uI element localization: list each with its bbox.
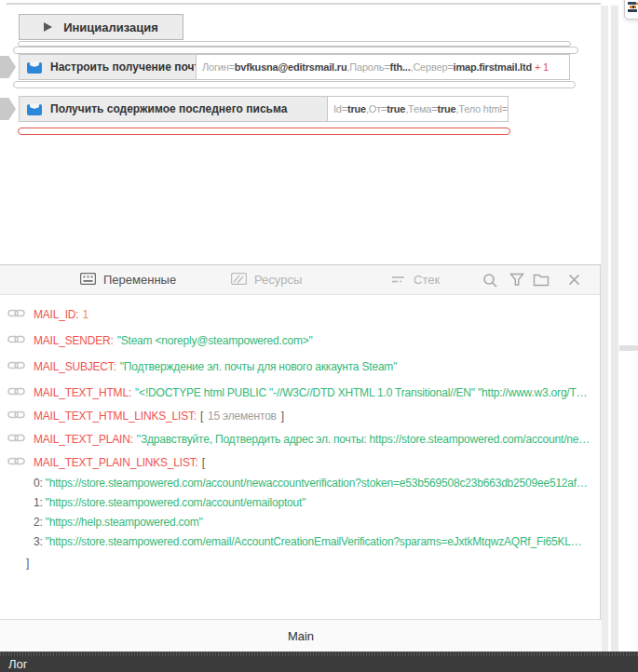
vertical-scrollbar[interactable] xyxy=(601,6,608,652)
link-icon xyxy=(7,456,25,469)
variable-row[interactable]: MAIL_SENDER:"Steam <noreply@steampowered… xyxy=(0,328,601,354)
variable-row[interactable]: MAIL_ID:1 xyxy=(0,302,601,328)
variable-name: MAIL_TEXT_PLAIN_LINKS_LIST: xyxy=(34,456,198,469)
list-item-value: "https://store.steampowered.com/account/… xyxy=(46,477,588,490)
link-icon xyxy=(7,433,25,446)
action-setup-mail[interactable]: Настроить получение почты xyxy=(19,54,197,80)
bracket-close: ] xyxy=(26,557,29,570)
variable-name: MAIL_ID: xyxy=(34,308,78,321)
param-name: Тело html= xyxy=(458,103,508,114)
filter-icon[interactable] xyxy=(509,273,524,287)
param-name: Тема= xyxy=(408,103,437,114)
canvas-top-border xyxy=(7,3,601,5)
variables-list: MAIL_ID:1 MAIL_SENDER:"Steam <noreply@st… xyxy=(0,296,601,618)
param-value: true xyxy=(437,103,455,114)
app-pixel-icon[interactable] xyxy=(628,2,638,13)
param-value: true xyxy=(347,103,366,114)
flow-arrow-icon xyxy=(0,56,16,78)
tab-stack[interactable]: Стек xyxy=(389,265,440,294)
list-item-index: 2: xyxy=(34,516,43,529)
variable-row[interactable]: MAIL_SUBJECT:"Подтверждение эл. почты дл… xyxy=(0,354,601,380)
link-icon xyxy=(7,308,25,321)
param-name: Id= xyxy=(333,103,347,114)
stack-lines-icon xyxy=(389,272,406,289)
search-icon[interactable] xyxy=(482,273,498,289)
param-value: bvfkusna@editrsmail.ru xyxy=(235,61,347,73)
action-label-text: Получить содержимое последнего письма xyxy=(50,102,287,115)
init-action-label: Инициализация xyxy=(63,20,158,34)
param-name: От= xyxy=(369,103,387,114)
param-value: imap.firstmail.ltd xyxy=(454,61,532,73)
bracket-open: [ xyxy=(202,456,205,469)
init-action-button[interactable]: Инициализация xyxy=(19,14,183,40)
variable-name: MAIL_TEXT_HTML: xyxy=(34,386,131,399)
list-close-row[interactable]: ] xyxy=(0,551,601,574)
variable-row[interactable]: MAIL_TEXT_PLAIN:"Здравствуйте, Подтверди… xyxy=(0,426,601,452)
action-params-get-letter[interactable]: Id=true, От=true, Тема=true, Тело html=t… xyxy=(328,96,509,122)
param-value: fth... xyxy=(390,61,411,73)
flow-arrow-icon xyxy=(0,98,16,120)
variable-name: MAIL_TEXT_HTML_LINKS_LIST: xyxy=(34,410,197,423)
tab-resources[interactable]: Ресурсы xyxy=(231,265,302,294)
resources-hatch-icon xyxy=(231,272,247,289)
list-item-row[interactable]: 2: "https://help.steampowered.com" xyxy=(0,512,601,531)
right-panel-divider[interactable] xyxy=(619,345,638,351)
link-icon xyxy=(7,334,25,347)
list-item-index: 0: xyxy=(34,477,43,490)
link-icon xyxy=(7,360,25,373)
param-name: Пароль= xyxy=(349,61,389,73)
list-item-row[interactable]: 3: "https://store.steampowered.com/email… xyxy=(0,531,601,551)
variable-value: 1 xyxy=(82,308,88,321)
list-item-row[interactable]: 0: "https://store.steampowered.com/accou… xyxy=(0,473,601,492)
tab-label: Стек xyxy=(414,273,440,287)
list-item-value: "https://store.steampowered.com/account/… xyxy=(46,496,306,509)
param-name: Логин= xyxy=(202,61,235,73)
link-icon xyxy=(7,410,25,423)
thread-tab-label: Main xyxy=(288,629,314,643)
link-icon xyxy=(7,386,25,399)
close-icon[interactable] xyxy=(567,273,581,287)
tab-variables[interactable]: Переменные xyxy=(80,265,176,294)
param-value: true xyxy=(508,103,509,114)
inspector-tabbar: Переменные Ресурсы Стек xyxy=(0,264,601,295)
panel-splitter[interactable] xyxy=(611,6,618,652)
variable-value: "Steam <noreply@steampowered.com>" xyxy=(117,334,313,347)
param-value: true xyxy=(387,103,405,114)
play-icon xyxy=(44,22,52,32)
list-item-index: 1: xyxy=(34,496,43,509)
bracket-close: ] xyxy=(281,410,284,423)
param-name: Сервер= xyxy=(413,61,453,73)
log-panel-header[interactable]: Лог xyxy=(0,652,638,672)
variable-value: "<!DOCTYPE html PUBLIC "-//W3C//DTD XHTM… xyxy=(135,386,587,399)
variable-value: "Здравствуйте, Подтвердить адрес эл. поч… xyxy=(137,433,590,446)
list-size: 15 элементов xyxy=(203,410,281,423)
list-item-value: "https://store.steampowered.com/email/Ac… xyxy=(46,535,582,548)
collapsed-block-bar[interactable] xyxy=(13,81,576,88)
thread-tab-main[interactable]: Main xyxy=(0,619,602,652)
list-item-index: 3: xyxy=(34,535,43,548)
list-item-value: "https://help.steampowered.com" xyxy=(46,516,203,529)
variable-name: MAIL_TEXT_PLAIN: xyxy=(34,433,133,446)
tab-label: Переменные xyxy=(103,273,176,287)
action-label-text: Настроить получение почты xyxy=(50,60,197,74)
selected-block-bar[interactable] xyxy=(18,128,510,135)
tab-label: Ресурсы xyxy=(254,273,302,287)
mail-icon xyxy=(27,103,42,115)
collapsed-block-bar[interactable] xyxy=(13,47,578,54)
variable-row[interactable]: MAIL_TEXT_PLAIN_LINKS_LIST:[ xyxy=(0,452,601,473)
folder-icon[interactable] xyxy=(533,273,550,287)
log-panel-title: Лог xyxy=(8,657,28,671)
variable-name: MAIL_SUBJECT: xyxy=(34,360,116,373)
variable-name: MAIL_SENDER: xyxy=(34,334,114,347)
mail-icon xyxy=(27,61,42,74)
variable-row[interactable]: MAIL_TEXT_HTML_LINKS_LIST:[15 элементов] xyxy=(0,406,601,426)
variable-row[interactable]: MAIL_TEXT_HTML:"<!DOCTYPE html PUBLIC "-… xyxy=(0,380,601,406)
variable-value: "Подтверждение эл. почты для нового акка… xyxy=(120,360,397,373)
param-extra-count: + 1 xyxy=(535,61,549,73)
action-params-mail-setup[interactable]: Логин=bvfkusna@editrsmail.ru, Пароль=fth… xyxy=(197,54,570,80)
variables-table-icon xyxy=(80,272,96,289)
list-item-row[interactable]: 1: "https://store.steampowered.com/accou… xyxy=(0,492,601,512)
action-get-last-letter[interactable]: Получить содержимое последнего письма xyxy=(19,96,328,122)
